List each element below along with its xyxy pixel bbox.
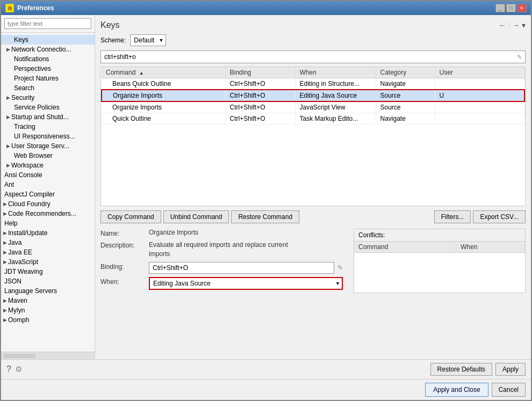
apply-and-close-button[interactable]: Apply and Close [425, 383, 488, 397]
when-label: When: [100, 277, 149, 286]
sidebar-item-ant[interactable]: Ant [1, 180, 95, 189]
menu-button[interactable]: ▾ [522, 21, 526, 30]
col-binding[interactable]: Binding [225, 67, 295, 78]
apply-button[interactable]: Apply [495, 363, 526, 376]
clear-search-icon[interactable]: ✎ [517, 54, 522, 61]
chevron-right-icon: ▶ [3, 250, 7, 255]
restore-defaults-button[interactable]: Restore Defaults [430, 363, 492, 376]
chevron-right-icon: ▶ [6, 95, 10, 100]
help-icon[interactable]: ? [6, 364, 11, 374]
panel-title: Keys [100, 20, 120, 30]
filter-box [1, 15, 95, 33]
preferences-window: ⚙ Preferences _ □ ✕ Keys ▶Network Connec… [0, 0, 532, 401]
chevron-right-icon: ▶ [6, 47, 10, 52]
table-row-selected[interactable]: Organize Imports Ctrl+Shift+O Editing Ja… [102, 90, 524, 101]
copy-command-button[interactable]: Copy Command [100, 210, 161, 223]
cell-binding: Ctrl+Shift+O [225, 90, 295, 101]
chevron-right-icon: ▶ [3, 240, 7, 245]
conflicts-header: Conflicts: [354, 229, 525, 242]
sidebar-item-oomph[interactable]: ▶Oomph [1, 315, 95, 325]
sidebar-item-project-natures[interactable]: Project Natures [1, 74, 95, 83]
scheme-select-wrapper: Default Emacs ▼ [130, 34, 166, 46]
cell-user [435, 101, 524, 113]
binding-input[interactable] [149, 262, 334, 274]
sidebar-item-help[interactable]: Help [1, 218, 95, 228]
sidebar-item-ansi-console[interactable]: Ansi Console [1, 170, 95, 180]
table-row[interactable]: Organize Imports Ctrl+Shift+O JavaScript… [102, 101, 524, 113]
when-select[interactable]: Editing Java Source JavaScript View Edit… [149, 277, 343, 290]
nav-separator: | [508, 21, 510, 29]
scheme-select[interactable]: Default Emacs [130, 34, 166, 46]
chevron-right-icon: ▶ [6, 163, 10, 168]
sidebar-item-tracing[interactable]: Tracing [1, 122, 95, 132]
sidebar-item-label: JDT Weaving [4, 268, 43, 275]
cell-user: U [435, 90, 524, 101]
minimize-button[interactable]: _ [495, 4, 505, 12]
col-command[interactable]: Command ▲ [102, 67, 225, 78]
maximize-button[interactable]: □ [506, 4, 516, 12]
sidebar-item-workspace[interactable]: ▶Workspace [1, 161, 95, 170]
cell-command: Beans Quick Outline [102, 78, 225, 90]
keybindings-table: Command ▲ Binding When Category User Bea… [101, 67, 525, 125]
sidebar-item-install-update[interactable]: ▶Install/Update [1, 228, 95, 238]
sidebar-item-mylyn[interactable]: ▶Mylyn [1, 305, 95, 315]
sidebar-item-maven[interactable]: ▶Maven [1, 296, 95, 305]
titlebar: ⚙ Preferences _ □ ✕ [1, 1, 531, 15]
sidebar-item-java[interactable]: ▶Java [1, 238, 95, 247]
sidebar-item-aspectj[interactable]: AspectJ Compiler [1, 189, 95, 199]
export-csv-button[interactable]: Export CSV... [473, 210, 526, 223]
cell-command: Organize Imports [102, 90, 225, 101]
restore-command-button[interactable]: Restore Command [231, 210, 299, 223]
bottom-right-buttons: Restore Defaults Apply [430, 363, 526, 376]
col-category[interactable]: Category [376, 67, 435, 78]
cancel-button[interactable]: Cancel [492, 383, 526, 397]
sidebar-item-network[interactable]: ▶Network Connectio... [1, 45, 95, 54]
close-button[interactable]: ✕ [517, 4, 527, 12]
sidebar-item-notifications[interactable]: Notifications [1, 54, 95, 64]
bottom-left-icons: ? ⊙ [6, 364, 22, 374]
search-input[interactable] [104, 53, 517, 61]
sidebar-item-java-ee[interactable]: ▶Java EE [1, 247, 95, 257]
cell-command: Quick Outline [102, 113, 225, 125]
sidebar-item-label: AspectJ Compiler [4, 191, 55, 198]
filter-input[interactable] [4, 18, 91, 29]
table-row[interactable]: Quick Outline Ctrl+Shift+O Task Markup E… [102, 113, 524, 125]
forward-button[interactable]: → [512, 21, 520, 30]
sidebar-item-ui-responsiveness[interactable]: UI Responsiveness... [1, 132, 95, 141]
description-label: Description: [100, 240, 149, 249]
conflicts-col-when[interactable]: When [456, 242, 525, 253]
chevron-right-icon: ▶ [3, 308, 7, 313]
settings-icon[interactable]: ⊙ [16, 364, 22, 374]
sidebar-item-language-servers[interactable]: Language Servers [1, 286, 95, 296]
filters-button[interactable]: Filters... [434, 210, 471, 223]
conflicts-col-command[interactable]: Command [354, 242, 456, 253]
cell-category: Navigate [376, 78, 435, 90]
sidebar-item-jdt-weaving[interactable]: JDT Weaving [1, 267, 95, 276]
sidebar-item-keys[interactable]: Keys [1, 35, 95, 45]
sidebar-item-code-recommenders[interactable]: ▶Code Recommenders... [1, 209, 95, 218]
sidebar-item-startup[interactable]: ▶Startup and Shutd... [1, 112, 95, 122]
sidebar-item-javascript[interactable]: ▶JavaScript [1, 257, 95, 267]
col-user[interactable]: User [435, 67, 524, 78]
sidebar-item-json[interactable]: JSON [1, 276, 95, 286]
binding-label: Binding: [100, 262, 149, 271]
col-when[interactable]: When [295, 67, 376, 78]
sidebar-item-search[interactable]: Search [1, 83, 95, 93]
sidebar-item-security[interactable]: ▶Security [1, 93, 95, 103]
unbind-command-button[interactable]: Unbind Command [163, 210, 229, 223]
binding-clear-icon[interactable]: ✎ [337, 264, 343, 272]
dialog-buttons: Apply and Close Cancel [1, 379, 531, 400]
sidebar-item-label: Install/Update [8, 229, 47, 237]
sidebar-item-service-policies[interactable]: Service Policies [1, 103, 95, 112]
table-row[interactable]: Beans Quick Outline Ctrl+Shift+O Editing… [102, 78, 524, 90]
sidebar-item-cloud-foundry[interactable]: ▶Cloud Foundry [1, 199, 95, 209]
description-row: Description: Evaluate all required impor… [100, 240, 343, 259]
sidebar-item-web-browser[interactable]: Web Browser [1, 151, 95, 161]
sidebar-item-perspectives[interactable]: Perspectives [1, 64, 95, 74]
cell-binding: Ctrl+Shift+O [225, 101, 295, 113]
cell-binding: Ctrl+Shift+O [225, 78, 295, 90]
sidebar-scrollbar[interactable] [1, 352, 95, 359]
sidebar-item-user-storage[interactable]: ▶User Storage Serv... [1, 141, 95, 151]
back-button[interactable]: ← [499, 21, 506, 30]
cell-when: Editing Java Source [295, 90, 376, 101]
